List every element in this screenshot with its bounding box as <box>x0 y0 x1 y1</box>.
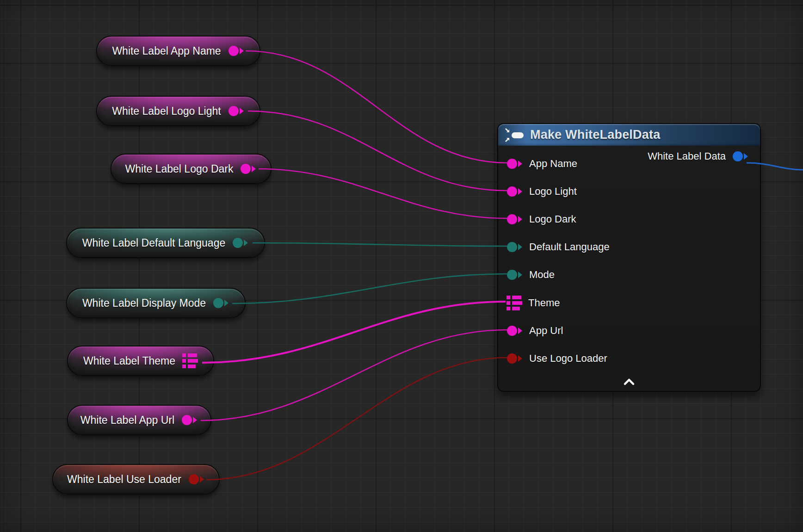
node-label: White Label App Name <box>112 45 221 57</box>
bool-input-pin[interactable] <box>507 353 523 365</box>
wire-theme[interactable] <box>202 302 506 363</box>
wire-logo-light[interactable] <box>248 111 507 191</box>
getter-node-theme[interactable]: White Label Theme <box>67 346 214 376</box>
input-pin-row-mode[interactable]: Mode <box>507 267 555 283</box>
make-whitelabeldata-node[interactable]: Make WhiteLabelData App Name Logo Light … <box>497 123 761 392</box>
node-title: Make WhiteLabelData <box>530 128 660 142</box>
input-pin-row-theme[interactable]: Theme <box>507 295 560 311</box>
wire-logo-dark[interactable] <box>259 169 507 218</box>
wire-default-language[interactable] <box>253 243 507 246</box>
string-output-pin[interactable] <box>228 45 245 57</box>
pin-label: Default Language <box>529 241 610 253</box>
pin-label: White Label Data <box>648 150 726 162</box>
pin-label: Logo Light <box>529 186 577 198</box>
node-label: White Label Logo Light <box>112 105 221 118</box>
pin-label: Theme <box>528 297 560 309</box>
chevron-up-icon <box>622 377 636 387</box>
input-pin-row-logo-light[interactable]: Logo Light <box>507 184 577 199</box>
struct-output-pin-blue[interactable] <box>732 150 749 162</box>
enum-input-pin[interactable] <box>507 269 523 281</box>
input-pin-row-app-url[interactable]: App Url <box>507 323 563 339</box>
pin-label: Use Logo Loader <box>529 353 607 365</box>
node-label: White Label Default Language <box>82 237 225 249</box>
input-pin-row-default-language[interactable]: Default Language <box>507 239 610 255</box>
node-label: White Label App Url <box>80 414 174 427</box>
enum-output-pin[interactable] <box>213 297 229 309</box>
node-header[interactable]: Make WhiteLabelData <box>498 124 760 146</box>
wire-display-mode[interactable] <box>232 274 507 303</box>
string-input-pin[interactable] <box>507 158 523 170</box>
enum-input-pin[interactable] <box>507 241 523 253</box>
blueprint-graph-canvas[interactable]: White Label App Name White Label Logo Li… <box>0 0 803 532</box>
wire-use-loader[interactable] <box>206 358 507 480</box>
string-input-pin[interactable] <box>507 213 523 225</box>
node-label: White Label Theme <box>83 355 175 367</box>
pin-label: App Url <box>529 325 563 337</box>
pin-label: Mode <box>529 269 555 281</box>
getter-node-app-url[interactable]: White Label App Url <box>67 405 211 435</box>
input-pin-row-use-logo-loader[interactable]: Use Logo Loader <box>507 351 607 366</box>
node-label: White Label Use Loader <box>67 473 181 486</box>
make-struct-icon <box>504 127 525 143</box>
getter-node-default-language[interactable]: White Label Default Language <box>66 228 265 258</box>
string-output-pin[interactable] <box>181 414 198 426</box>
input-pin-row-app-name[interactable]: App Name <box>507 156 577 172</box>
getter-node-display-mode[interactable]: White Label Display Mode <box>66 288 246 318</box>
collapse-node-button[interactable] <box>620 376 638 388</box>
enum-output-pin[interactable] <box>232 237 249 249</box>
wire-app-url[interactable] <box>201 330 507 421</box>
struct-output-pin[interactable] <box>182 353 198 368</box>
pin-label: App Name <box>529 158 577 170</box>
string-input-pin[interactable] <box>507 186 523 198</box>
getter-node-use-loader[interactable]: White Label Use Loader <box>52 464 220 495</box>
input-pin-row-logo-dark[interactable]: Logo Dark <box>507 211 576 227</box>
bool-output-pin[interactable] <box>188 473 205 485</box>
pin-label: Logo Dark <box>529 213 576 225</box>
string-output-pin[interactable] <box>228 105 245 117</box>
node-label: White Label Logo Dark <box>125 163 234 175</box>
output-pin-row-white-label-data[interactable]: White Label Data <box>648 148 749 164</box>
wire-app-name[interactable] <box>246 51 507 163</box>
string-input-pin[interactable] <box>507 325 523 337</box>
getter-node-app-name[interactable]: White Label App Name <box>96 36 260 66</box>
getter-node-logo-dark[interactable]: White Label Logo Dark <box>111 154 272 184</box>
getter-node-logo-light[interactable]: White Label Logo Light <box>96 96 260 126</box>
struct-input-pin[interactable] <box>507 296 522 310</box>
node-label: White Label Display Mode <box>82 297 206 309</box>
string-output-pin[interactable] <box>240 163 257 175</box>
